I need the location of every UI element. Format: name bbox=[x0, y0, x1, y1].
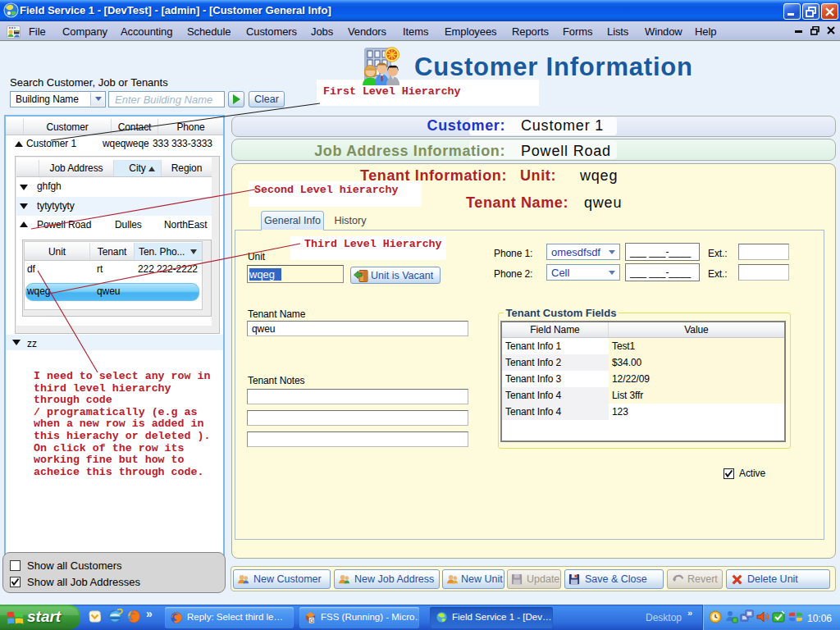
svg-text:G: G bbox=[310, 618, 314, 623]
